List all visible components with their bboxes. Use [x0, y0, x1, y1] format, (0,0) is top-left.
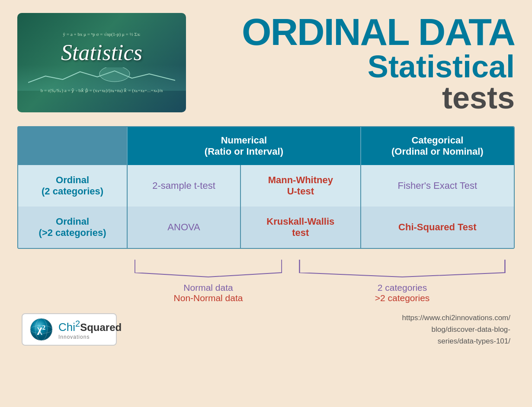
logo-area: χ² Chi2Squared Innovations: [22, 313, 117, 346]
table-row: Ordinal(2 categories) 2-sample t-test Ma…: [18, 165, 514, 207]
table-row: Ordinal(>2 categories) ANOVA Kruskall-Wa…: [18, 207, 514, 248]
row1-label: Ordinal(2 categories): [18, 165, 127, 207]
row2-numerical-normal: ANOVA: [127, 207, 240, 248]
col1-header: [18, 127, 127, 165]
col2-header: Numerical(Ratio or Interval): [127, 127, 361, 165]
svg-point-0: [99, 67, 130, 82]
logo-chi-squared: Chi2Squared: [58, 319, 122, 334]
stats-word: Statistics: [28, 40, 175, 65]
row1-numerical-nonnormal: Mann-WhitneyU-test: [240, 165, 361, 207]
formula-top: ŷ = a + bx μ = ⁿp σ = √np(1-p) μ = ½ Σxᵢ: [28, 31, 175, 38]
header-section: ŷ = a + bx μ = ⁿp σ = √np(1-p) μ = ½ Σxᵢ…: [17, 13, 515, 113]
stats-image: ŷ = a + bx μ = ⁿp σ = √np(1-p) μ = ½ Σxᵢ…: [17, 13, 186, 112]
svg-text:χ²: χ²: [37, 323, 46, 335]
formula-bot: b = r(Sᵧ/Sₓ) a = ȳ - bx̄ p̂ = (x₁+x₂)/(n…: [28, 87, 175, 94]
row1-categorical: Fisher's Exact Test: [361, 165, 514, 207]
sub-title-2: tests: [199, 82, 515, 113]
row2-label: Ordinal(>2 categories): [18, 207, 127, 248]
row2-categorical: Chi-Squared Test: [361, 207, 514, 248]
bracket-spacer: [17, 258, 127, 303]
categorical-label1: 2 categories: [375, 283, 430, 293]
categorical-bracket: 2 categories >2 categories: [290, 258, 515, 303]
numerical-bracket: Normal data Non-Normal data: [127, 258, 290, 303]
numerical-label1: Normal data: [174, 283, 243, 293]
footer: χ² Chi2Squared Innovations https://www.c…: [17, 312, 515, 347]
main-table: Numerical(Ratio or Interval) Categorical…: [17, 126, 515, 249]
logo-text: Chi2Squared Innovations: [58, 319, 122, 340]
col3-header: Categorical(Ordinal or Nominal): [361, 127, 514, 165]
categorical-labels: 2 categories >2 categories: [375, 283, 430, 303]
row1-numerical-normal: 2-sample t-test: [127, 165, 240, 207]
page: ŷ = a + bx μ = ⁿp σ = √np(1-p) μ = ½ Σxᵢ…: [0, 0, 532, 407]
title-section: ORDINAL DATA Statistical tests: [186, 13, 515, 113]
numerical-label2: Non-Normal data: [174, 293, 243, 303]
sub-title-1: Statistical: [199, 51, 515, 82]
url-text: https://www.chi2innovations.com/ blog/di…: [402, 312, 510, 347]
logo-innovations: Innovations: [58, 334, 122, 340]
numerical-labels: Normal data Non-Normal data: [174, 283, 243, 303]
row2-numerical-nonnormal: Kruskall-Wallistest: [240, 207, 361, 248]
logo-icon: χ²: [29, 318, 53, 341]
table-header-row: Numerical(Ratio or Interval) Categorical…: [18, 127, 514, 165]
main-title: ORDINAL DATA: [199, 13, 515, 51]
annotation-area: Normal data Non-Normal data 2 categories…: [17, 258, 515, 303]
categorical-label2: >2 categories: [375, 293, 430, 303]
